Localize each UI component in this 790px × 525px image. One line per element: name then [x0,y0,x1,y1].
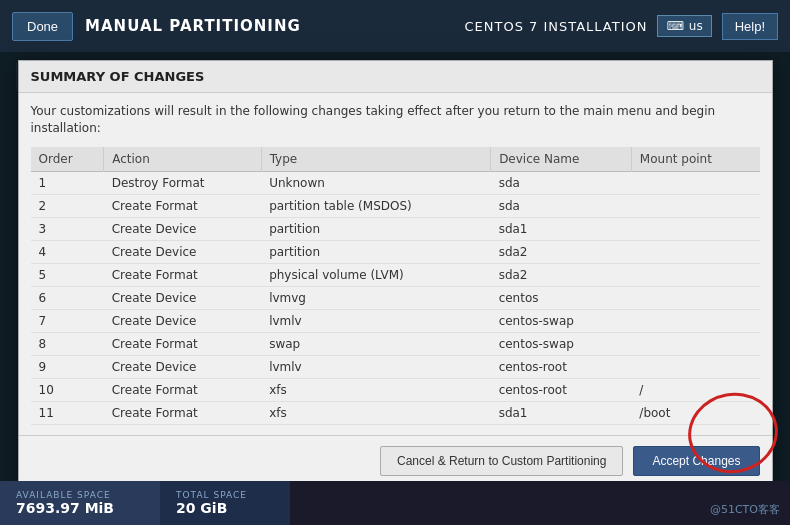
cell-action: Create Format [104,194,261,217]
centos-label: CENTOS 7 INSTALLATION [464,19,647,34]
cell-device: centos-root [491,378,632,401]
table-row: 7 Create Device lvmlv centos-swap [31,309,760,332]
dialog-body: Your customizations will result in the f… [19,93,772,435]
available-space-label: AVAILABLE SPACE [16,490,144,500]
cell-order: 3 [31,217,104,240]
cell-type: Unknown [261,171,490,194]
cell-action: Create Device [104,309,261,332]
dialog-message: Your customizations will result in the f… [31,103,760,137]
main-area: ▼ New CentOS 7 Installation centos-swap … [0,52,790,525]
cell-device: sda2 [491,240,632,263]
cell-mount [631,263,759,286]
cell-type: physical volume (LVM) [261,263,490,286]
col-action: Action [104,147,261,172]
table-row: 4 Create Device partition sda2 [31,240,760,263]
cell-type: partition table (MSDOS) [261,194,490,217]
cell-type: lvmvg [261,286,490,309]
keyboard-widget[interactable]: ⌨ us [657,15,711,37]
available-space-value: 7693.97 MiB [16,500,144,516]
cell-type: xfs [261,401,490,424]
table-row: 5 Create Format physical volume (LVM) sd… [31,263,760,286]
dialog-title: SUMMARY OF CHANGES [19,61,772,93]
help-button[interactable]: Help! [722,13,778,40]
cell-action: Create Device [104,217,261,240]
table-row: 11 Create Format xfs sda1 /boot [31,401,760,424]
total-space-stat: TOTAL SPACE 20 GiB [160,481,290,525]
cell-order: 5 [31,263,104,286]
top-bar: Done MANUAL PARTITIONING CENTOS 7 INSTAL… [0,0,790,52]
changes-table: Order Action Type Device Name Mount poin… [31,147,760,425]
cell-type: xfs [261,378,490,401]
cell-type: lvmlv [261,355,490,378]
cell-device: sda1 [491,217,632,240]
cell-mount [631,332,759,355]
cell-order: 1 [31,171,104,194]
col-mount: Mount point [631,147,759,172]
keyboard-icon: ⌨ [666,19,683,33]
table-row: 1 Destroy Format Unknown sda [31,171,760,194]
table-header-row: Order Action Type Device Name Mount poin… [31,147,760,172]
cell-order: 11 [31,401,104,424]
done-button[interactable]: Done [12,12,73,41]
table-row: 10 Create Format xfs centos-root / [31,378,760,401]
cell-order: 6 [31,286,104,309]
cell-device: sda1 [491,401,632,424]
cancel-button[interactable]: Cancel & Return to Custom Partitioning [380,446,623,476]
cell-mount [631,194,759,217]
table-row: 8 Create Format swap centos-swap [31,332,760,355]
cell-device: sda2 [491,263,632,286]
col-device: Device Name [491,147,632,172]
cell-order: 8 [31,332,104,355]
cell-action: Create Format [104,332,261,355]
cell-device: centos [491,286,632,309]
cell-mount [631,355,759,378]
cell-type: swap [261,332,490,355]
cell-action: Create Device [104,240,261,263]
accept-button[interactable]: Accept Changes [633,446,759,476]
cell-action: Destroy Format [104,171,261,194]
top-bar-right: CENTOS 7 INSTALLATION ⌨ us Help! [464,13,778,40]
col-order: Order [31,147,104,172]
cell-action: Create Device [104,286,261,309]
cell-mount [631,240,759,263]
cell-action: Create Format [104,263,261,286]
cell-device: sda [491,171,632,194]
table-row: 2 Create Format partition table (MSDOS) … [31,194,760,217]
cell-mount: /boot [631,401,759,424]
table-row: 6 Create Device lvmvg centos [31,286,760,309]
available-space-stat: AVAILABLE SPACE 7693.97 MiB [0,481,160,525]
cell-mount [631,286,759,309]
cell-order: 2 [31,194,104,217]
app-title: MANUAL PARTITIONING [85,17,301,35]
bottom-bar: AVAILABLE SPACE 7693.97 MiB TOTAL SPACE … [0,481,790,525]
cell-order: 4 [31,240,104,263]
watermark: @51CTO客客 [710,502,780,517]
total-space-value: 20 GiB [176,500,274,516]
cell-device: centos-swap [491,309,632,332]
summary-dialog: SUMMARY OF CHANGES Your customizations w… [18,60,773,487]
table-row: 3 Create Device partition sda1 [31,217,760,240]
cell-type: lvmlv [261,309,490,332]
cell-order: 7 [31,309,104,332]
cell-mount [631,171,759,194]
cell-mount [631,217,759,240]
modal-overlay: SUMMARY OF CHANGES Your customizations w… [0,52,790,481]
cell-device: centos-root [491,355,632,378]
cell-action: Create Device [104,355,261,378]
cell-device: sda [491,194,632,217]
keyboard-layout: us [689,19,703,33]
col-type: Type [261,147,490,172]
cell-device: centos-swap [491,332,632,355]
cell-type: partition [261,240,490,263]
total-space-label: TOTAL SPACE [176,490,274,500]
cell-order: 9 [31,355,104,378]
cell-action: Create Format [104,378,261,401]
dialog-footer: Cancel & Return to Custom Partitioning A… [19,435,772,486]
top-bar-left: Done MANUAL PARTITIONING [12,12,301,41]
table-row: 9 Create Device lvmlv centos-root [31,355,760,378]
cell-mount: / [631,378,759,401]
cell-order: 10 [31,378,104,401]
table-body: 1 Destroy Format Unknown sda 2 Create Fo… [31,171,760,424]
cell-action: Create Format [104,401,261,424]
cell-type: partition [261,217,490,240]
